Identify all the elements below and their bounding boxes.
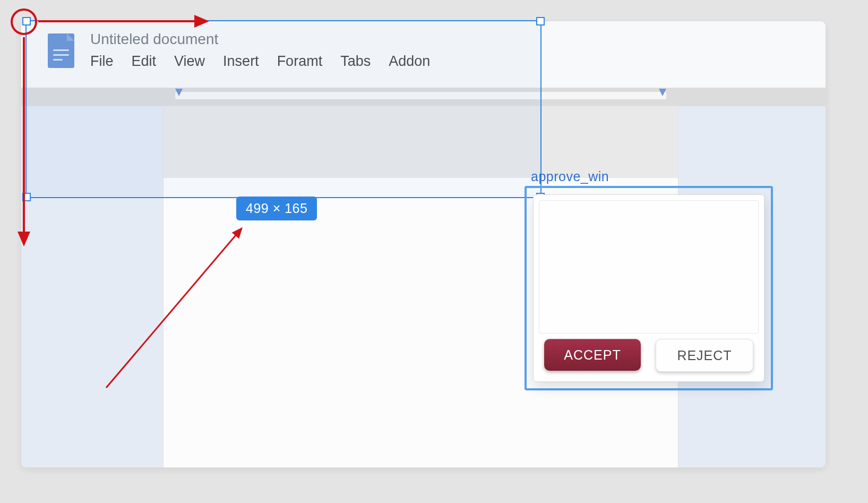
- page-header-area: [164, 106, 678, 178]
- ruler: [21, 88, 826, 106]
- menu-addon[interactable]: Addon: [389, 53, 430, 70]
- app-header: Untiteled document File Edit View Insert…: [21, 21, 826, 88]
- menu-insert[interactable]: Insert: [223, 53, 259, 70]
- document-title[interactable]: Untiteled document: [90, 31, 218, 48]
- approve-content-area: [539, 200, 759, 334]
- menu-file[interactable]: File: [90, 53, 114, 70]
- approve-window: ACCEPT REJECT: [533, 194, 764, 382]
- menu-edit[interactable]: Edit: [132, 53, 157, 70]
- reject-button[interactable]: REJECT: [656, 339, 753, 372]
- ruler-track: [175, 92, 666, 99]
- approve-window-selection[interactable]: ACCEPT REJECT: [525, 186, 773, 390]
- menubar: File Edit View Insert Foramt Tabs Addon: [90, 53, 430, 70]
- docs-icon: [48, 33, 74, 68]
- selection-size-badge: 499 × 165: [236, 197, 317, 220]
- approve-button-row: ACCEPT REJECT: [544, 339, 753, 372]
- accept-button[interactable]: ACCEPT: [544, 339, 641, 371]
- menu-format[interactable]: Foramt: [277, 53, 323, 70]
- approve-window-label: approve_win: [531, 169, 609, 184]
- docs-icon-lines: [53, 49, 69, 61]
- menu-tabs[interactable]: Tabs: [340, 53, 371, 70]
- menu-view[interactable]: View: [174, 53, 205, 70]
